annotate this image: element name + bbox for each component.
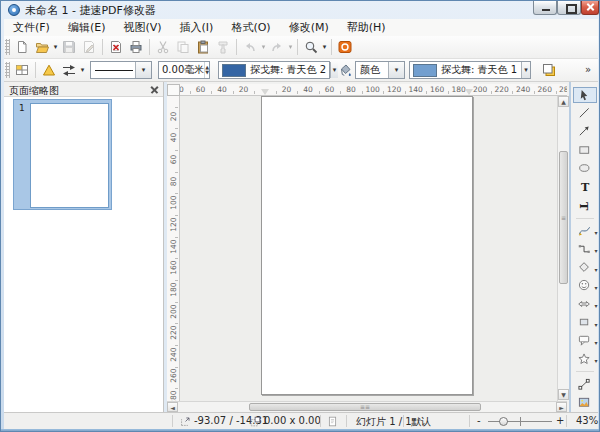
ruler-tick [276,91,277,94]
ruler-tick [175,193,178,194]
open-button[interactable] [32,37,52,57]
block-arrows-dropdown[interactable]: ▾ [594,302,597,309]
menu-item-4[interactable]: 格式(O) [222,19,279,36]
fill-style-select[interactable]: 颜色 ▾ [355,61,405,79]
zoom-slider-thumb[interactable] [499,417,508,426]
page-thumbnail[interactable]: 1 [13,99,112,210]
pages-panel-close-button[interactable] [150,85,159,94]
line-style-dropdown[interactable]: ▾ [135,62,151,78]
paste-button[interactable] [193,37,213,57]
symbol-shapes-tool-button[interactable]: ▾ [573,278,597,294]
page-style[interactable]: 默认 [411,415,431,429]
svg-text:T: T [578,202,590,211]
cursor-position-icon [180,416,191,429]
menu-item-2[interactable]: 视图(V) [114,19,170,36]
snap-lines-button[interactable] [39,60,59,80]
line-width-spinner[interactable]: 0.00毫米 ▲▼ [158,61,210,79]
line-color-select[interactable]: 探戈舞: 青天色 2 ▾ [218,61,330,79]
text-tool-button[interactable]: T [573,179,597,195]
zoom-dropdown[interactable]: ▾ [321,43,328,51]
ruler-tick [405,91,406,94]
display-grid-button[interactable] [12,60,32,80]
maximize-button[interactable] [557,1,581,15]
menu-item-0[interactable]: 文件(F) [4,19,59,36]
insert-image-tool-button[interactable] [573,395,597,411]
vertical-text-tool-button[interactable]: T [573,197,597,213]
callouts-dropdown[interactable]: ▾ [594,339,597,346]
line-tool-button[interactable] [573,105,597,121]
fill-color-dropdown[interactable]: ▾ [521,62,530,78]
zoom-level-value[interactable]: 43% [576,415,598,426]
horizontal-scroll-thumb[interactable]: ≡≡ [249,403,481,411]
margin-marker[interactable] [261,89,269,95]
page-thumbnail-preview[interactable] [30,103,109,208]
undo-dropdown: ▾ [260,43,267,51]
curve-dropdown[interactable]: ▾ [594,229,597,236]
scroll-down-button[interactable]: ▼ [558,389,569,400]
fill-style-dropdown[interactable]: ▾ [388,62,404,78]
save-button [59,37,79,57]
horizontal-scrollbar[interactable]: ◄ ≡≡ ► [167,401,567,412]
edit-points-tool-button[interactable] [573,376,597,392]
ellipse-tool-button[interactable] [573,161,597,177]
zoom-in-button[interactable]: + [556,415,564,426]
rectangle-tool-button[interactable] [573,142,597,158]
ruler-tick [534,91,535,94]
zoom-out-button[interactable]: - [477,415,481,426]
menu-item-1[interactable]: 编辑(E) [59,19,115,36]
new-document-button[interactable] [12,37,32,57]
flowchart-dropdown[interactable]: ▾ [594,321,597,328]
document-page[interactable] [261,96,473,395]
ruler-tick [362,91,363,94]
select-tool-button[interactable] [573,87,597,103]
menu-item-5[interactable]: 修改(M) [280,19,338,36]
shadow-button[interactable] [539,60,559,80]
scroll-right-button[interactable]: ► [556,402,567,412]
zoom-button[interactable] [301,37,321,57]
close-button[interactable] [581,1,599,15]
vertical-scroll-thumb[interactable]: ≡ [559,151,568,284]
vertical-ruler[interactable]: 20406080100120140160180200220240260280 [167,96,180,401]
symbol-shapes-dropdown[interactable]: ▾ [594,284,597,291]
block-arrows-tool-button[interactable]: ▾ [573,296,597,312]
connector-dropdown[interactable]: ▾ [594,247,597,254]
window-title: 未命名 1 - 捷速PDF修改器 [25,3,156,18]
basic-shapes-tool-button[interactable]: ▾ [573,259,597,275]
toolbar-grip[interactable] [5,39,10,55]
arrow-tool-button[interactable] [573,124,597,140]
vertical-scrollbar[interactable]: ▲ ≡ ▼ [557,96,569,401]
line-style-select[interactable]: ▾ [90,61,152,79]
menu-item-3[interactable]: 插入(I) [171,19,223,36]
flowchart-tool-button[interactable]: ▾ [573,314,597,330]
minimize-button[interactable] [533,1,557,15]
vruler-label: 120 [169,214,178,234]
line-width-arrows[interactable]: ▲▼ [204,62,209,78]
open-dropdown[interactable]: ▾ [52,43,59,51]
stars-tool-button[interactable]: ▾ [573,351,597,367]
stars-dropdown[interactable]: ▾ [594,357,597,364]
horizontal-ruler[interactable]: 8060402020406080100120140160180200220240… [180,84,567,96]
export-pdf-button[interactable] [106,37,126,57]
basic-shapes-dropdown[interactable]: ▾ [594,266,597,273]
connector-tool-button[interactable]: ▾ [573,241,597,257]
toolbar-grip[interactable] [5,62,10,78]
arrow-style-button[interactable] [59,60,79,80]
scroll-left-button[interactable]: ◄ [167,402,178,412]
area-fill-button[interactable] [335,60,355,80]
callouts-tool-button[interactable]: ▾ [573,333,597,349]
fill-color-select[interactable]: 探戈舞: 青天色 1 ▾ [409,61,531,79]
title-bar[interactable]: 未命名 1 - 捷速PDF修改器 [1,1,599,19]
page-thumbnail-number: 1 [19,103,25,113]
line-width-value[interactable]: 0.00毫米 [159,63,204,77]
margin-marker[interactable] [465,89,473,95]
app-logo-button[interactable] [335,37,355,57]
curve-tool-button[interactable]: ▾ [573,223,597,239]
menu-item-6[interactable]: 帮助(H) [338,19,395,36]
vruler-label: 260 [169,366,178,386]
print-button[interactable] [126,37,146,57]
arrow-style-dropdown[interactable]: ▾ [79,66,86,74]
vruler-label: 160 [169,258,178,278]
scroll-up-button[interactable]: ▲ [558,96,569,107]
canvas[interactable] [180,96,557,401]
toolbar-overflow-button[interactable]: » [585,64,591,75]
